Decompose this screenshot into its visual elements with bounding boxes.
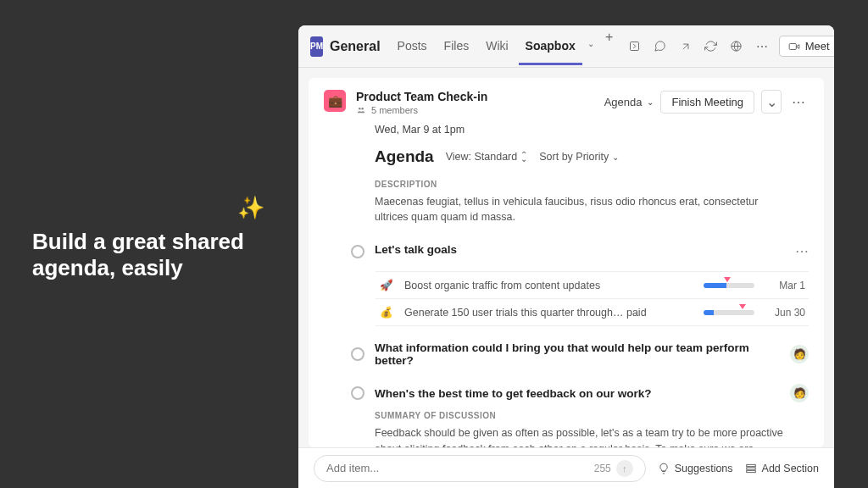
app-window: PM General Posts Files Wiki Soapbox ⌄ + … (298, 25, 834, 488)
lightbulb-icon (658, 463, 670, 474)
svg-point-3 (359, 108, 361, 109)
item-checkbox[interactable] (351, 347, 364, 361)
tab-soapbox[interactable]: Soapbox (519, 27, 582, 65)
triangle-indicator-icon (739, 304, 746, 309)
tab-posts[interactable]: Posts (391, 27, 434, 65)
chat-icon[interactable] (652, 38, 669, 55)
add-section-button[interactable]: Add Section (745, 463, 819, 474)
svg-point-4 (361, 108, 364, 109)
people-icon (356, 106, 366, 114)
item-title[interactable]: When's the best time to get feedback on … (375, 387, 780, 400)
char-count: 255 ↑ (594, 460, 633, 477)
sort-selector[interactable]: Sort by Priority ⌄ (539, 151, 619, 163)
add-item-input-wrap: 255 ↑ (314, 455, 646, 482)
meet-button[interactable]: Meet (779, 36, 834, 57)
item-checkbox[interactable] (351, 245, 364, 258)
add-item-input[interactable] (326, 462, 594, 474)
goal-row[interactable]: 💰 Generate 150 user trials this quarter … (376, 298, 809, 326)
team-badge[interactable]: PM (310, 36, 323, 57)
goal-text: Generate 150 user trials this quarter th… (404, 307, 693, 319)
sort-arrows-icon: ⌃⌄ (520, 152, 527, 161)
finish-meeting-dropdown[interactable]: ⌄ (761, 90, 782, 114)
card-more-icon[interactable]: ⋯ (788, 94, 809, 110)
promo-headline: Build a great shared agenda, easily (32, 229, 244, 281)
tab-wiki[interactable]: Wiki (479, 27, 515, 65)
video-icon (788, 41, 800, 53)
send-button[interactable]: ↑ (616, 460, 633, 477)
app-icon: 💼 (324, 90, 346, 112)
goal-date: Jun 30 (765, 307, 805, 319)
meet-label: Meet (805, 40, 830, 53)
agenda-dropdown[interactable]: Agenda ⌄ (604, 96, 654, 108)
goal-date: Mar 1 (765, 280, 805, 291)
suggestions-button[interactable]: Suggestions (658, 463, 733, 474)
chevron-down-icon: ⌄ (647, 97, 654, 107)
add-tab-button[interactable]: + (599, 27, 620, 47)
progress-slider[interactable] (704, 310, 754, 315)
more-icon[interactable]: ⋯ (754, 38, 771, 55)
agenda-heading: Agenda (375, 147, 434, 166)
svg-rect-0 (631, 42, 639, 51)
item-title[interactable]: Let's talk goals (375, 243, 785, 256)
avatar[interactable]: 🧑 (790, 345, 809, 363)
tab-chevron-down-icon[interactable]: ⌄ (586, 27, 596, 65)
members-count[interactable]: 5 members (356, 105, 487, 115)
chevron-down-icon: ⌄ (612, 152, 619, 162)
popout-icon[interactable] (677, 38, 694, 55)
tab-files[interactable]: Files (437, 27, 476, 65)
agenda-item: Let's talk goals ⋯ (351, 243, 809, 259)
title-actions: ⋯ Meet ⌄ (626, 36, 834, 58)
goal-row[interactable]: 🚀 Boost organic traffic from content upd… (376, 271, 809, 298)
description-text: Maecenas feugiat, tellus in vehicula fau… (375, 194, 809, 225)
svg-rect-2 (789, 43, 796, 49)
triangle-indicator-icon (724, 277, 731, 282)
titlebar: PM General Posts Files Wiki Soapbox ⌄ + … (298, 25, 834, 68)
meeting-card: 💼 Product Team Check-in 5 members Agenda… (309, 78, 824, 447)
agenda-item: When's the best time to get feedback on … (351, 384, 809, 402)
item-title[interactable]: What information could I bring you that … (375, 341, 780, 367)
agenda-item: What information could I bring you that … (351, 341, 809, 367)
progress-slider[interactable] (704, 283, 754, 288)
svg-rect-6 (746, 467, 755, 469)
meeting-date: Wed, Mar 9 at 1pm (375, 124, 809, 136)
footer: 255 ↑ Suggestions Add Section (298, 447, 834, 488)
promo-line1: Build a great shared (32, 229, 244, 255)
moneybag-icon: 💰 (379, 306, 394, 319)
svg-rect-5 (746, 464, 755, 466)
avatar[interactable]: 🧑 (790, 384, 809, 402)
channel-name[interactable]: General (330, 39, 381, 54)
summary-text: Feedback should be given as often as pos… (375, 425, 809, 447)
section-icon (745, 463, 757, 474)
tabs: Posts Files Wiki Soapbox ⌄ + (391, 27, 620, 65)
promo-line2: agenda, easily (32, 255, 244, 281)
refresh-icon[interactable] (703, 38, 720, 55)
goals-list: 🚀 Boost organic traffic from content upd… (376, 271, 809, 326)
finish-meeting-button[interactable]: Finish Meeting (660, 91, 754, 114)
view-selector[interactable]: View: Standard ⌃⌄ (446, 151, 528, 163)
svg-rect-7 (746, 470, 755, 472)
item-more-icon[interactable]: ⋯ (795, 243, 809, 259)
card-header: 💼 Product Team Check-in 5 members Agenda… (324, 90, 809, 115)
expand-icon[interactable] (626, 38, 643, 55)
meeting-title: Product Team Check-in (356, 90, 487, 103)
item-checkbox[interactable] (351, 386, 364, 400)
sparkle-icon: ✨ (237, 195, 264, 221)
summary-label: SUMMARY OF DISCUSSION (375, 411, 809, 420)
goal-text: Boost organic traffic from content updat… (404, 280, 693, 291)
globe-icon[interactable] (728, 38, 745, 55)
rocket-icon: 🚀 (379, 279, 394, 291)
content-area: 💼 Product Team Check-in 5 members Agenda… (298, 68, 834, 447)
description-label: DESCRIPTION (375, 180, 809, 189)
